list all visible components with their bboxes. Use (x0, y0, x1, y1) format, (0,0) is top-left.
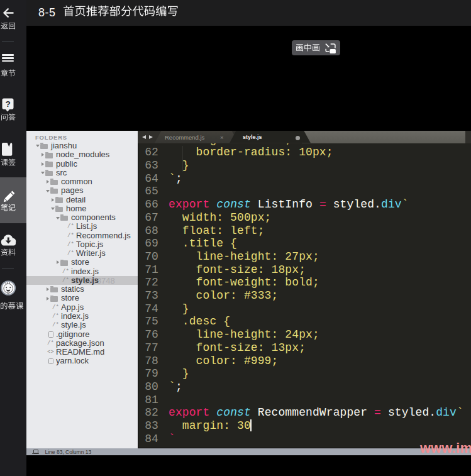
svg-text:?: ? (5, 99, 10, 109)
